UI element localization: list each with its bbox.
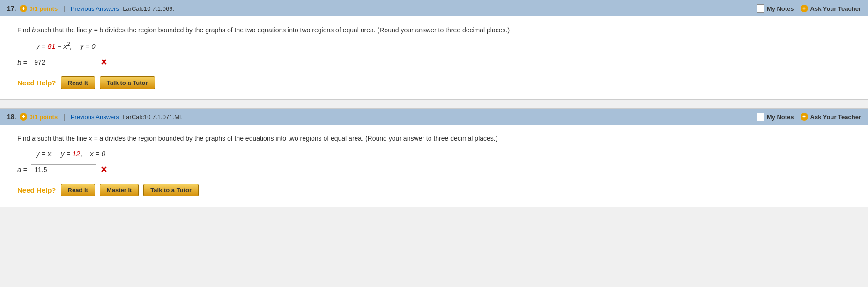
points-text-18: 0/1 points	[29, 113, 58, 121]
equations-18: y = x, y = 12, x = 0	[36, 150, 856, 158]
header-right-17: My Notes + Ask Your Teacher	[757, 4, 861, 13]
answer-row-17: b = ✕	[17, 57, 856, 68]
problem-number-17: 17.	[7, 5, 16, 12]
equations-17: y = 81 − x2, y = 0	[36, 41, 856, 50]
ask-teacher-label-18: Ask Your Teacher	[810, 113, 861, 121]
my-notes-label-17: My Notes	[767, 5, 794, 12]
my-notes-label-18: My Notes	[767, 113, 794, 121]
my-notes-button-17[interactable]: My Notes	[757, 4, 794, 13]
points-badge-17: + 0/1 points	[20, 5, 58, 12]
points-text-17: 0/1 points	[29, 5, 58, 12]
problem-18: 18. + 0/1 points | Previous Answers LarC…	[0, 108, 868, 207]
problem-17-header: 17. + 0/1 points | Previous Answers LarC…	[0, 0, 868, 16]
ask-teacher-button-18[interactable]: + Ask Your Teacher	[801, 113, 861, 121]
separator-17: |	[63, 5, 65, 12]
notes-icon-18	[757, 113, 764, 121]
ask-plus-icon-18: +	[801, 113, 808, 121]
header-right-18: My Notes + Ask Your Teacher	[757, 113, 861, 121]
problem-18-header: 18. + 0/1 points | Previous Answers LarC…	[0, 109, 868, 125]
var-b-17: b	[32, 26, 36, 34]
ask-teacher-label-17: Ask Your Teacher	[810, 5, 861, 12]
need-help-row-17: Need Help? Read It Talk to a Tutor	[17, 76, 856, 89]
master-it-button-18[interactable]: Master It	[100, 184, 139, 196]
header-left-18: 18. + 0/1 points | Previous Answers LarC…	[7, 113, 183, 121]
answer-input-18[interactable]	[31, 164, 96, 175]
problem-number-18: 18.	[7, 113, 16, 121]
header-left-17: 17. + 0/1 points | Previous Answers LarC…	[7, 5, 174, 12]
need-help-row-18: Need Help? Read It Master It Talk to a T…	[17, 184, 856, 196]
eq-a: x = a	[89, 135, 104, 142]
talk-tutor-button-18[interactable]: Talk to a Tutor	[143, 184, 199, 196]
need-help-label-17: Need Help?	[17, 79, 56, 87]
read-it-button-17[interactable]: Read It	[61, 76, 95, 89]
prev-answers-17[interactable]: Previous Answers	[71, 5, 119, 12]
need-help-label-18: Need Help?	[17, 186, 56, 194]
var-a-18: a	[32, 135, 36, 142]
prev-answers-18[interactable]: Previous Answers	[71, 113, 119, 121]
wrong-icon-18[interactable]: ✕	[100, 165, 107, 175]
points-badge-18: + 0/1 points	[20, 113, 58, 121]
ref-code-18: LarCalc10 7.1.071.MI.	[123, 113, 183, 121]
notes-icon-17	[757, 4, 764, 13]
answer-label-17: b =	[17, 59, 27, 67]
wrong-icon-17[interactable]: ✕	[100, 57, 107, 68]
read-it-button-18[interactable]: Read It	[61, 184, 95, 196]
problem-body-18: Find a such that the line x = a divides …	[0, 125, 868, 206]
answer-row-18: a = ✕	[17, 164, 856, 175]
problem-body-17: Find b such that the line y = b divides …	[0, 16, 868, 99]
ref-code-17: LarCalc10 7.1.069.	[123, 5, 174, 12]
ask-plus-icon-17: +	[801, 5, 808, 12]
problem-desc-17: Find b such that the line y = b divides …	[17, 25, 856, 35]
separator-18: |	[63, 113, 65, 121]
problem-desc-18: Find a such that the line x = a divides …	[17, 133, 856, 144]
problem-17: 17. + 0/1 points | Previous Answers LarC…	[0, 0, 868, 100]
plus-icon-17: +	[20, 5, 27, 12]
answer-label-18: a =	[17, 166, 27, 174]
my-notes-button-18[interactable]: My Notes	[757, 113, 794, 121]
talk-tutor-button-17[interactable]: Talk to a Tutor	[100, 76, 155, 89]
plus-icon-18: +	[20, 113, 27, 121]
ask-teacher-button-17[interactable]: + Ask Your Teacher	[801, 5, 861, 12]
answer-input-17[interactable]	[31, 57, 96, 68]
eq-b: y = b	[89, 26, 104, 34]
